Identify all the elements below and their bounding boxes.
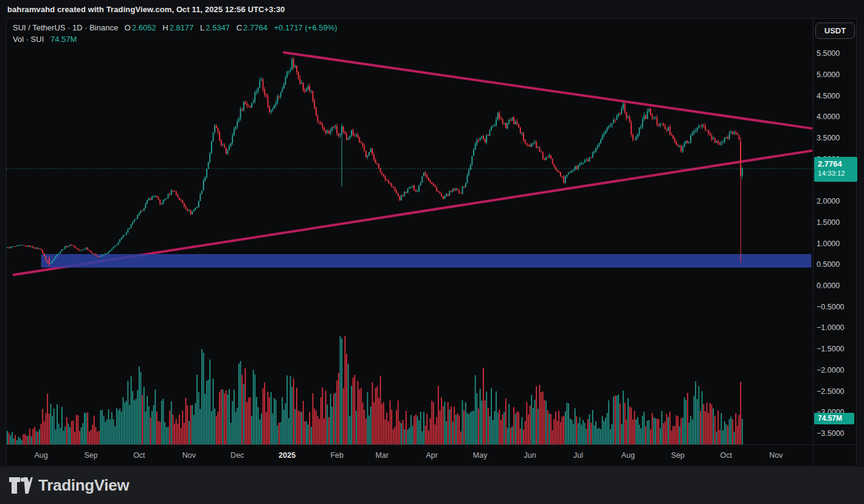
volume-legend-row: Vol · SUI 74.57M <box>13 35 77 44</box>
axis-separator-vertical <box>813 19 814 466</box>
time-tick: Jun <box>513 451 547 460</box>
close-label: C <box>237 23 242 32</box>
symbol-legend-row: SUI / TetherUS · 1D · Binance O2.6052 H2… <box>13 23 337 32</box>
price-tick: −1.0000 <box>817 323 855 333</box>
volume-study-value: 74.57M <box>50 35 77 44</box>
high-label: H <box>162 23 168 32</box>
price-tick: 0.0000 <box>817 281 855 291</box>
last-price-tag: 2.7764 14:33:12 <box>814 157 857 182</box>
price-tick: 1.0000 <box>817 239 855 249</box>
time-tick: Mar <box>365 451 399 460</box>
symbol-title[interactable]: SUI / TetherUS · 1D · Binance <box>13 23 118 32</box>
open-value: 2.6052 <box>132 23 156 32</box>
price-tick: −2.5000 <box>817 387 855 396</box>
footer-bar: TradingView <box>0 467 864 504</box>
close-value: 2.7764 <box>243 23 268 32</box>
time-tick: Aug <box>24 451 58 460</box>
time-tick: 2025 <box>270 451 304 460</box>
time-tick: Oct <box>122 451 156 460</box>
time-tick: May <box>463 451 497 460</box>
change-value: +0.1717 (+6.59%) <box>274 23 337 32</box>
volume-value-tag: 74.57M <box>814 413 854 424</box>
volume-group <box>7 336 743 444</box>
support-zone[interactable] <box>41 254 812 268</box>
time-tick: Aug <box>611 451 645 460</box>
descending-trendline <box>284 52 812 128</box>
time-tick: Nov <box>759 451 793 460</box>
axis-separator-horizontal <box>7 444 857 445</box>
time-tick: Sep <box>661 451 695 460</box>
price-tick: 5.0000 <box>817 70 855 80</box>
price-tick: 4.5000 <box>817 91 855 101</box>
time-tick: Sep <box>74 451 108 460</box>
price-tick: 0.5000 <box>817 260 855 269</box>
time-tick: Nov <box>172 451 206 460</box>
price-tick: −3.5000 <box>817 429 855 438</box>
time-tick: Oct <box>709 451 743 460</box>
bar-countdown: 14:33:12 <box>818 169 857 178</box>
high-value: 2.8177 <box>170 23 194 32</box>
tradingview-logo-icon <box>9 477 33 494</box>
price-tick: −1.5000 <box>817 344 855 354</box>
price-tick: −0.5000 <box>817 302 855 312</box>
candles-group <box>7 57 743 266</box>
time-tick: Feb <box>320 451 354 460</box>
price-tick: 2.0000 <box>817 196 855 206</box>
price-tick: −2.0000 <box>817 365 855 375</box>
currency-toggle-button[interactable]: USDT <box>815 22 855 39</box>
low-label: L <box>200 23 204 32</box>
low-value: 2.5347 <box>206 23 230 32</box>
last-price-value: 2.7764 <box>818 159 857 169</box>
price-tick: 4.0000 <box>817 112 855 122</box>
support-zone-rect <box>41 254 812 268</box>
time-tick: Apr <box>415 451 449 460</box>
price-axis[interactable] <box>814 19 857 444</box>
attribution-text: bahramvahd created with TradingView.com,… <box>7 5 285 14</box>
price-tick: 1.5000 <box>817 218 855 227</box>
price-tick: 3.5000 <box>817 133 855 143</box>
tradingview-logo-text: TradingView <box>38 476 129 495</box>
time-tick: Jul <box>561 451 595 460</box>
tradingview-logo[interactable]: TradingView <box>9 476 129 495</box>
price-tick: 5.5000 <box>817 49 855 58</box>
time-tick: Dec <box>220 451 254 460</box>
volume-study-label[interactable]: Vol · SUI <box>13 35 44 44</box>
price-chart-canvas[interactable] <box>7 19 857 467</box>
open-label: O <box>125 23 131 32</box>
trendlines-group[interactable] <box>14 52 812 275</box>
